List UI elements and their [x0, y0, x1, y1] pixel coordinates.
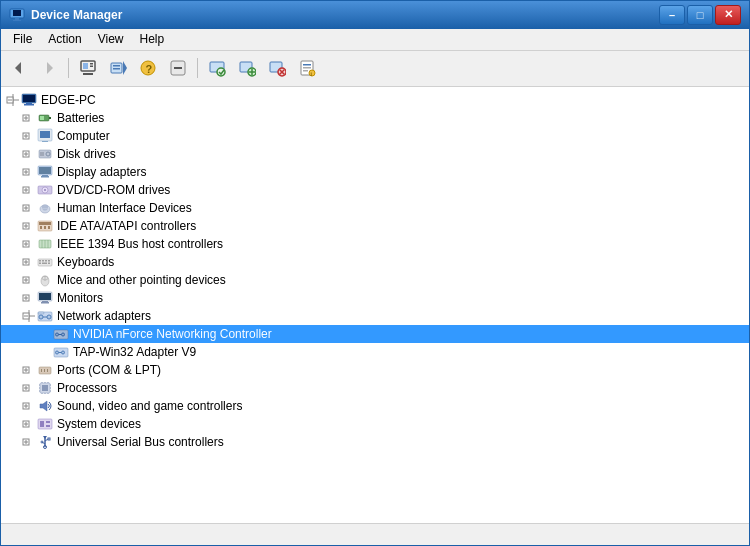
- tree-item-ieee[interactable]: IEEE 1394 Bus host controllers: [1, 235, 749, 253]
- ide-label: IDE ATA/ATAPI controllers: [57, 219, 196, 233]
- help-button[interactable]: ?: [134, 55, 162, 81]
- monitor-icon: [37, 290, 53, 306]
- minimize-button[interactable]: –: [659, 5, 685, 25]
- svg-rect-105: [42, 262, 47, 264]
- title-bar-buttons: – □ ✕: [659, 5, 741, 25]
- svg-rect-7: [83, 63, 88, 69]
- svg-rect-2: [15, 18, 19, 20]
- menu-file[interactable]: File: [5, 30, 40, 48]
- tree-item-system-devices[interactable]: System devices: [1, 415, 749, 433]
- tree-item-network-adapters[interactable]: Network adapters: [1, 307, 749, 325]
- expand-ide-icon: [21, 218, 37, 234]
- maximize-button[interactable]: □: [687, 5, 713, 25]
- svg-rect-53: [40, 131, 50, 138]
- separator-1: [68, 58, 69, 78]
- battery-icon: [37, 110, 53, 126]
- svg-point-142: [63, 352, 64, 353]
- tree-item-ports[interactable]: Ports (COM & LPT): [1, 361, 749, 379]
- window-frame: Device Manager – □ ✕ File Action View He…: [0, 0, 750, 546]
- tree-item-monitors[interactable]: Monitors: [1, 289, 749, 307]
- svg-rect-104: [39, 262, 41, 264]
- mice-label: Mice and other pointing devices: [57, 273, 226, 287]
- dvd-label: DVD/CD-ROM drives: [57, 183, 170, 197]
- svg-marker-170: [40, 401, 47, 411]
- svg-rect-10: [83, 73, 93, 75]
- tree-item-disk-drives[interactable]: Disk drives: [1, 145, 749, 163]
- tree-item-processors[interactable]: Processors: [1, 379, 749, 397]
- svg-marker-5: [47, 62, 53, 74]
- svg-rect-148: [44, 369, 45, 372]
- ide-icon: [37, 218, 53, 234]
- svg-rect-3: [13, 20, 21, 21]
- expand-dvd-icon: [21, 182, 37, 198]
- tree-item-sound[interactable]: Sound, video and game controllers: [1, 397, 749, 415]
- main-content: EDGE-PC Batteries: [1, 87, 749, 523]
- svg-rect-175: [40, 421, 44, 427]
- svg-rect-40: [23, 95, 35, 102]
- svg-point-73: [44, 189, 46, 191]
- back-button[interactable]: [5, 55, 33, 81]
- uninstall-button[interactable]: [263, 55, 291, 81]
- svg-rect-100: [39, 260, 41, 262]
- properties-button[interactable]: [74, 55, 102, 81]
- tree-item-ide[interactable]: IDE ATA/ATAPI controllers: [1, 217, 749, 235]
- svg-marker-182: [43, 436, 47, 439]
- expand-ieee-icon: [21, 236, 37, 252]
- expand-tapwin-icon: [37, 344, 53, 360]
- tree-item-hid[interactable]: Human Interface Devices: [1, 199, 749, 217]
- mouse-icon: [37, 272, 53, 288]
- svg-rect-59: [40, 152, 44, 156]
- processors-label: Processors: [57, 381, 117, 395]
- svg-rect-86: [40, 226, 42, 229]
- expand-sound-icon: [21, 398, 37, 414]
- svg-rect-13: [113, 65, 120, 67]
- menu-action[interactable]: Action: [40, 30, 89, 48]
- scan-button[interactable]: [203, 55, 231, 81]
- sound-label: Sound, video and game controllers: [57, 399, 242, 413]
- tapwin-label: TAP-Win32 Adapter V9: [73, 345, 196, 359]
- svg-rect-119: [41, 302, 49, 304]
- toolbar: ?: [1, 51, 749, 87]
- forward-button[interactable]: [35, 55, 63, 81]
- close-button[interactable]: ✕: [715, 5, 741, 25]
- tree-item-computer[interactable]: Computer: [1, 127, 749, 145]
- keyboard-icon: [37, 254, 53, 270]
- tree-item-root[interactable]: EDGE-PC: [1, 91, 749, 109]
- tree-item-mice[interactable]: Mice and other pointing devices: [1, 271, 749, 289]
- svg-rect-103: [48, 260, 50, 262]
- add-hardware-button[interactable]: [233, 55, 261, 81]
- tree-item-usb[interactable]: Universal Serial Bus controllers: [1, 433, 749, 451]
- tree-item-dvd[interactable]: DVD/CD-ROM drives: [1, 181, 749, 199]
- menu-help[interactable]: Help: [132, 30, 173, 48]
- tree-item-nvidia[interactable]: NVIDIA nForce Networking Controller: [1, 325, 749, 343]
- ieee-icon: [37, 236, 53, 252]
- expand-root-icon: [5, 92, 21, 108]
- expand-keyboards-icon: [21, 254, 37, 270]
- tree-item-tapwin[interactable]: TAP-Win32 Adapter V9: [1, 343, 749, 361]
- tree-item-keyboards[interactable]: Keyboards: [1, 253, 749, 271]
- keyboards-label: Keyboards: [57, 255, 114, 269]
- svg-point-127: [41, 316, 42, 317]
- svg-rect-30: [303, 64, 311, 66]
- expand-ports-icon: [21, 362, 37, 378]
- tree-item-batteries[interactable]: Batteries: [1, 109, 749, 127]
- title-bar: Device Manager – □ ✕: [1, 1, 749, 29]
- update-driver-button[interactable]: [104, 55, 132, 81]
- expand-batteries-icon: [21, 110, 37, 126]
- computer-device-icon: [37, 128, 53, 144]
- display-adapters-label: Display adapters: [57, 165, 146, 179]
- svg-point-130: [49, 316, 50, 317]
- tree-item-display-adapters[interactable]: Display adapters: [1, 163, 749, 181]
- properties2-button[interactable]: i: [293, 55, 321, 81]
- disable-button[interactable]: [164, 55, 192, 81]
- hid-label: Human Interface Devices: [57, 201, 192, 215]
- svg-rect-1: [13, 10, 21, 16]
- svg-rect-176: [46, 421, 50, 423]
- svg-rect-117: [39, 293, 51, 300]
- svg-rect-47: [49, 117, 51, 119]
- expand-computer-icon: [21, 128, 37, 144]
- svg-rect-118: [42, 301, 48, 302]
- system-devices-label: System devices: [57, 417, 141, 431]
- nvidia-icon: [53, 326, 69, 342]
- menu-view[interactable]: View: [90, 30, 132, 48]
